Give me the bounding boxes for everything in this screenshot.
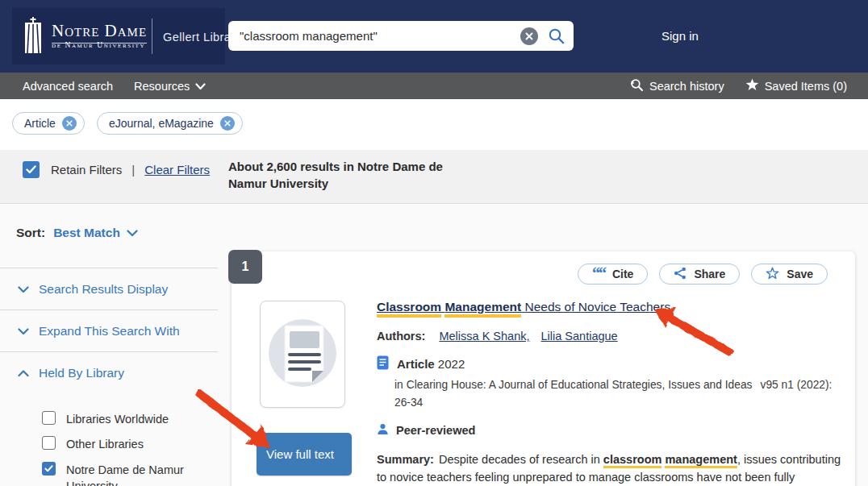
navbar-left: Advanced search Resources — [0, 80, 206, 93]
logo-line1: Notre Dame — [52, 21, 147, 44]
item-thumbnail[interactable] — [260, 301, 345, 408]
clear-filters-link[interactable]: Clear Filters — [144, 163, 210, 177]
title-highlight: Management — [444, 300, 521, 318]
section-label: Expand This Search With — [39, 324, 180, 339]
star-outline-icon — [766, 267, 779, 282]
search-history-label: Search history — [649, 80, 724, 93]
sign-in-link[interactable]: Sign in — [661, 29, 699, 43]
chevron-down-icon — [195, 80, 206, 93]
option-other-libraries: Other Libraries — [42, 436, 218, 452]
chevron-down-icon — [18, 324, 29, 339]
article-document-icon — [377, 355, 389, 372]
logo-divider — [152, 19, 152, 54]
option-label: Notre Dame de Namur University — [66, 462, 205, 486]
results-summary: About 2,600 results in Notre Dame de Nam… — [228, 158, 470, 192]
chip-label: Article — [24, 117, 56, 130]
search-box — [228, 21, 574, 51]
search-input[interactable] — [240, 29, 520, 43]
tower-icon — [22, 16, 44, 56]
journal-title: Clearing House: A Journal of Educational… — [407, 379, 753, 391]
summary-highlight: classroom — [603, 453, 662, 468]
journal-citation: inClearing House: A Journal of Education… — [394, 376, 843, 411]
filter-chip-article[interactable]: Article — [12, 112, 85, 135]
option-libraries-worldwide: Libraries Worldwide — [42, 411, 218, 427]
main-area: Sort: Best Match Search Results D — [0, 204, 868, 486]
share-button[interactable]: Share — [659, 264, 740, 285]
author-link[interactable]: Lilia Santiague — [541, 330, 618, 343]
chip-label: eJournal, eMagazine — [109, 117, 214, 130]
save-label: Save — [787, 268, 813, 280]
retain-filters-checkbox[interactable] — [23, 161, 40, 178]
remove-filter-icon[interactable] — [62, 116, 77, 131]
saved-items-link[interactable]: Saved Items (0) — [745, 78, 847, 93]
result-actions: ““ Cite Share — [578, 264, 828, 285]
search-icon[interactable] — [546, 26, 567, 47]
search-history-link[interactable]: Search history — [630, 78, 724, 94]
section-search-results-display[interactable]: Search Results Display — [0, 268, 218, 310]
facet-sidebar: Sort: Best Match Search Results D — [0, 204, 218, 486]
cite-button[interactable]: ““ Cite — [578, 264, 648, 285]
secondary-navbar: Advanced search Resources — [0, 73, 868, 99]
summary-row: Summary:Despite decades of research in c… — [377, 451, 843, 486]
option-label: Other Libraries — [66, 436, 205, 452]
retain-filters-label: Retain Filters — [51, 163, 122, 177]
quote-icon: ““ — [592, 269, 605, 279]
option-label: Libraries Worldwide — [66, 411, 205, 427]
libraries-worldwide-checkbox[interactable] — [42, 411, 56, 425]
chevron-down-icon — [127, 226, 138, 240]
sort-value: Best Match — [53, 226, 120, 240]
publication-year: 2022 — [438, 357, 465, 371]
result-number-badge: 1 — [228, 250, 262, 284]
authors-label: Authors: — [377, 330, 425, 343]
separator: | — [131, 163, 135, 177]
document-thumbnail-icon — [265, 313, 340, 397]
chevron-down-icon — [18, 282, 29, 297]
option-notre-dame: Notre Dame de Namur University — [42, 462, 218, 486]
view-full-text-button[interactable]: View full text — [257, 433, 352, 476]
clear-search-icon[interactable] — [520, 27, 538, 45]
logo-line2: de Namur University — [52, 42, 147, 50]
share-icon — [674, 267, 686, 282]
remove-filter-icon[interactable] — [220, 116, 235, 131]
summary-before: Despite decades of research in — [439, 453, 600, 466]
advanced-search-link[interactable]: Advanced search — [23, 80, 113, 93]
logo-text: Notre Dame de Namur University — [52, 23, 147, 50]
summary-label: Summary: — [377, 453, 434, 466]
author-link[interactable]: Melissa K Shank, — [439, 330, 529, 343]
filter-chip-ejournal[interactable]: eJournal, eMagazine — [97, 112, 243, 135]
in-label: in — [394, 379, 403, 391]
peer-reviewed-row: Peer-reviewed — [377, 423, 843, 438]
resources-menu[interactable]: Resources — [134, 80, 206, 93]
peer-reviewed-label: Peer-reviewed — [396, 424, 475, 437]
advanced-search-label: Advanced search — [23, 80, 113, 93]
library-search-page: Notre Dame de Namur University Gellert L… — [0, 0, 868, 486]
navbar-right: Search history Saved Items (0) — [630, 78, 868, 94]
authors-row: Authors: Melissa K Shank, Lilia Santiagu… — [377, 330, 843, 343]
section-held-by-library[interactable]: Held By Library — [0, 352, 218, 394]
other-libraries-checkbox[interactable] — [42, 436, 56, 450]
save-button[interactable]: Save — [751, 264, 828, 285]
retain-filters-group: Retain Filters | Clear Filters — [23, 161, 210, 178]
chevron-up-icon — [18, 366, 29, 380]
filter-bar: Retain Filters | Clear Filters About 2,6… — [0, 150, 868, 204]
sort-label: Sort: — [16, 226, 45, 240]
summary-highlight: management — [665, 453, 737, 468]
format-label: Article — [397, 357, 435, 371]
share-label: Share — [694, 268, 725, 280]
section-label: Held By Library — [39, 366, 124, 380]
section-label: Search Results Display — [39, 282, 168, 297]
result-details: Classroom Management Needs of Novice Tea… — [377, 297, 843, 486]
notre-dame-checkbox[interactable] — [42, 462, 56, 476]
header: Notre Dame de Namur University Gellert L… — [0, 0, 868, 73]
saved-items-label: Saved Items (0) — [765, 80, 847, 93]
active-filter-chips: Article eJournal, eMagazine — [12, 112, 243, 135]
person-icon — [377, 423, 389, 438]
title-rest: Needs of Novice Teachers — [525, 300, 671, 314]
star-icon — [745, 78, 759, 93]
sort-dropdown[interactable]: Best Match — [53, 226, 138, 240]
search-history-icon — [630, 78, 644, 94]
sort-row: Sort: Best Match — [0, 204, 218, 268]
section-expand-this-search[interactable]: Expand This Search With — [0, 310, 218, 352]
result-title-link[interactable]: Classroom Management Needs of Novice Tea… — [377, 300, 670, 318]
result-card: 1 ““ Cite Sh — [232, 251, 855, 486]
